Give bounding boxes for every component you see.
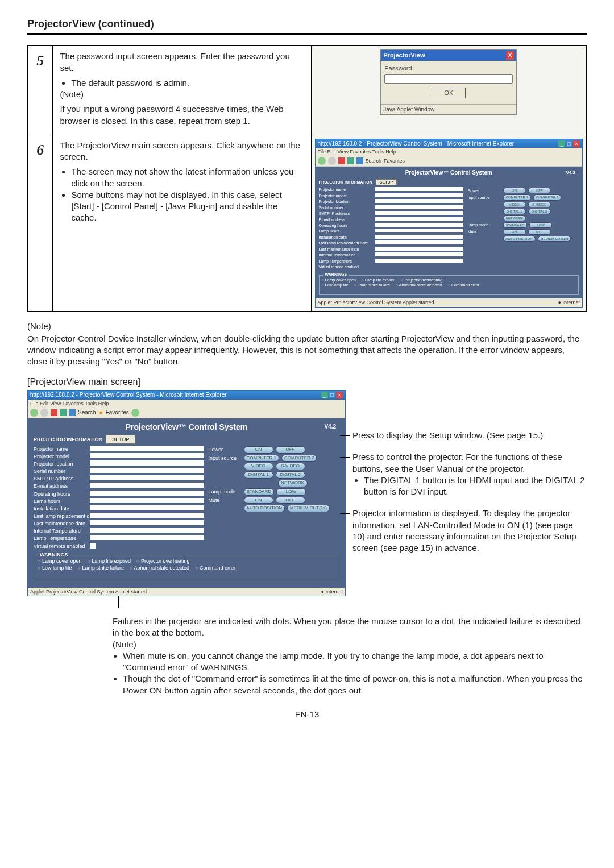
ie-toolbar-small[interactable]: Search Favorites (316, 156, 582, 167)
setup-tab[interactable]: SETUP (106, 435, 135, 444)
ie-titlebar-small: http://192.168.0.2 - ProjectorView Contr… (318, 140, 515, 148)
computer2-button[interactable]: COMPUTER 2 (281, 455, 317, 462)
dialog-status: Java Applet Window (381, 104, 516, 115)
warn-low-lamp: Low lamp life (38, 564, 72, 571)
refresh-icon[interactable] (60, 409, 67, 416)
ie-menu-large[interactable]: File Edit View Favorites Tools Help (28, 400, 345, 408)
digital1-button[interactable]: DIGITAL 1 (244, 471, 273, 479)
home-icon[interactable] (356, 157, 363, 164)
projectorview-body-large[interactable]: ProjectorView™ Control SystemV4.2 PROJEC… (28, 418, 345, 588)
warn-strike: Lamp strike failure (77, 564, 123, 571)
callout-setup: Press to display the Setup window. (See … (352, 430, 543, 440)
close-icon[interactable]: × (573, 140, 580, 147)
media-icon[interactable] (131, 409, 139, 417)
close-icon[interactable]: × (336, 392, 343, 398)
password-dialog: ProjectorView X Password OK Java Applet … (380, 49, 517, 115)
stop-icon[interactable] (51, 409, 57, 416)
mute-off-button[interactable]: OFF (276, 497, 305, 504)
ok-button[interactable]: OK (432, 88, 466, 98)
ie-window-large: http://192.168.0.2 - ProjectorView Contr… (27, 390, 346, 596)
password-dialog-title: ProjectorView (383, 51, 425, 60)
setup-tab-small[interactable]: SETUP (376, 179, 397, 185)
lamp-low-button[interactable]: LOW (276, 488, 306, 496)
page-title: ProjectorView (continued) (27, 17, 587, 31)
power-on-button[interactable]: ON (244, 446, 273, 454)
password-label: Password (384, 65, 412, 72)
step-5-number: 5 (28, 46, 53, 135)
password-input[interactable] (384, 74, 513, 84)
step-5-text: The password input screen appears. Enter… (53, 46, 311, 135)
info-header: PROJECTOR INFORMATION (34, 436, 102, 443)
maximize-icon[interactable]: □ (566, 140, 572, 147)
warn-abnormal: Abnormal state detected (130, 564, 189, 571)
favorites-label[interactable]: Favorites (106, 409, 129, 417)
step-6-image: http://192.168.0.2 - ProjectorView Contr… (311, 135, 586, 311)
header-rule (27, 33, 587, 35)
bottom-notes: Failures in the projector are indicated … (113, 616, 587, 696)
ie-status-right: ● Internet (321, 588, 343, 595)
callouts: Press to display the Setup window. (See … (352, 390, 587, 564)
minimize-icon[interactable]: _ (558, 140, 565, 147)
close-icon[interactable]: X (506, 51, 514, 60)
minimize-icon[interactable]: _ (321, 392, 328, 398)
video-button[interactable]: VIDEO (244, 463, 273, 470)
projectorview-body-small: ProjectorView™ Control SystemV4.2 PROJEC… (316, 167, 582, 298)
step-5-image: ProjectorView X Password OK Java Applet … (311, 46, 586, 135)
leader-line-icon (118, 596, 346, 608)
ie-titlebar-large: http://192.168.0.2 - ProjectorView Contr… (30, 391, 227, 399)
refresh-icon[interactable] (347, 157, 354, 164)
main-screen-heading: [ProjectorView main screen] (27, 376, 587, 388)
step-5-row: 5 The password input screen appears. Ent… (28, 46, 587, 135)
page-footer: EN-13 (27, 709, 587, 720)
step-6-row: 6 The ProjectorView main screen appears.… (28, 135, 587, 311)
warn-overheat: Projector overheating (136, 558, 190, 564)
outer-note: (Note) On Projector-Control Device Insta… (27, 321, 587, 368)
forward-icon[interactable] (40, 409, 48, 417)
forward-icon[interactable] (328, 157, 336, 165)
ie-window-small: http://192.168.0.2 - ProjectorView Contr… (315, 139, 583, 308)
warnings-box: WARNINGS Lamp cover open Lamp life expir… (34, 555, 339, 582)
step-6-number: 6 (28, 135, 53, 311)
ie-menu-small[interactable]: File Edit View Favorites Tools Help (316, 148, 582, 156)
search-label[interactable]: Search (78, 409, 96, 417)
search-label[interactable]: Search (366, 157, 382, 164)
warn-lamp-life: Lamp life expired (87, 558, 130, 564)
network-button[interactable]: NETWORK (278, 480, 308, 487)
step-6-text: The ProjectorView main screen appears. C… (53, 135, 311, 311)
svideo-button[interactable]: S-VIDEO (276, 463, 305, 470)
computer1-button[interactable]: COMPUTER 1 (244, 455, 279, 462)
back-icon[interactable] (318, 157, 326, 165)
maximize-icon[interactable]: □ (329, 392, 335, 398)
digital2-button[interactable]: DIGITAL 2 (276, 471, 305, 479)
mute-on-button[interactable]: ON (244, 497, 273, 504)
stop-icon[interactable] (338, 157, 345, 164)
lamp-standard-button[interactable]: STANDARD (244, 488, 274, 496)
power-off-button[interactable]: OFF (276, 446, 305, 454)
favorites-label[interactable]: Favorites (384, 157, 405, 164)
back-icon[interactable] (30, 409, 38, 417)
warn-lamp-cover: Lamp cover open (38, 558, 81, 564)
ie-status-left: Applet ProjectorView Control System Appl… (30, 588, 147, 595)
callout-projector-info: Projector information is displayed. To d… (352, 508, 576, 553)
warn-command: Command error (195, 564, 235, 571)
home-icon[interactable] (69, 409, 76, 416)
steps-table: 5 The password input screen appears. Ent… (27, 45, 587, 311)
ie-toolbar-large[interactable]: Search ★ Favorites (28, 408, 345, 418)
medium-cut-button[interactable]: MEDIUM CUT(1s) (287, 505, 330, 512)
auto-position-button[interactable]: AUTO POSITION (244, 505, 285, 512)
callout-control: Press to control the projector. For the … (352, 452, 562, 473)
